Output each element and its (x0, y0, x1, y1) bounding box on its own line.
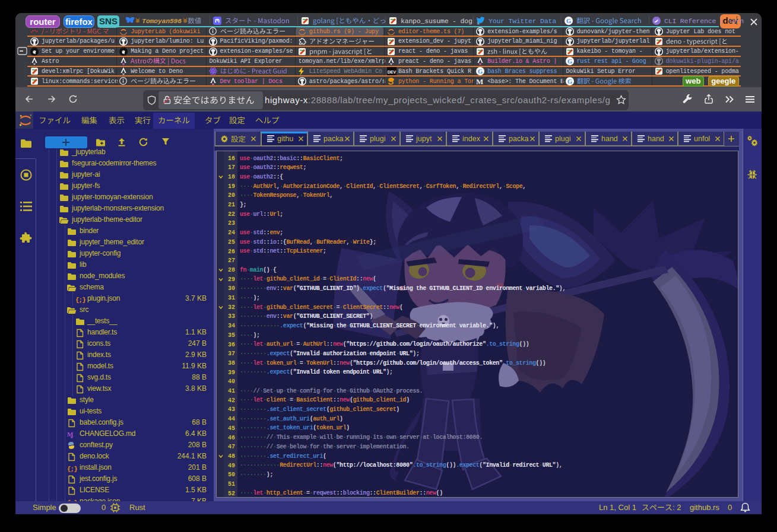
svg-text:G: G (567, 78, 572, 85)
svg-text:G: G (566, 18, 571, 24)
svg-text:{;}: {;} (75, 296, 85, 303)
svg-text:DEV: DEV (388, 70, 397, 74)
svg-text:G: G (478, 68, 483, 75)
svg-text:M: M (476, 77, 483, 85)
svg-text:G: G (567, 58, 572, 65)
svg-text:M: M (67, 431, 74, 438)
svg-text:{;}: {;} (67, 465, 77, 472)
